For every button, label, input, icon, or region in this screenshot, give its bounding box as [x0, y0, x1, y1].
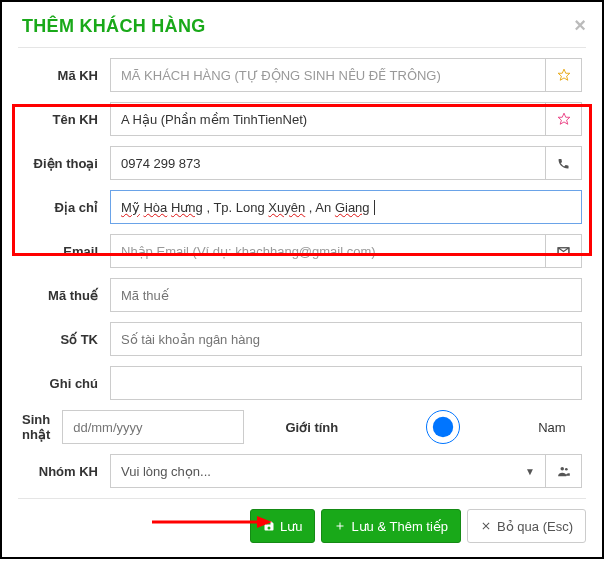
label-makh: Mã KH — [22, 68, 110, 83]
add-customer-modal: THÊM KHÁCH HÀNG × Mã KH Tên KH — [0, 0, 604, 559]
label-sotk: Số TK — [22, 332, 110, 347]
phone-icon — [546, 146, 582, 180]
row-makh: Mã KH — [22, 58, 582, 92]
label-diachi: Địa chỉ — [22, 200, 110, 215]
label-email: Email — [22, 244, 110, 259]
label-tenkh: Tên KH — [22, 112, 110, 127]
row-dienthoai: Điện thoại — [22, 146, 582, 180]
svg-point-3 — [564, 468, 567, 471]
radio-nam[interactable]: Nam — [352, 410, 565, 444]
svg-marker-1 — [558, 113, 570, 124]
gender-radios: Nam Nữ Khác — [352, 410, 604, 444]
svg-point-2 — [560, 467, 564, 471]
row-nhomkh: Nhóm KH Vui lòng chọn... ▼ — [22, 454, 582, 488]
radio-nu[interactable]: Nữ — [578, 410, 604, 444]
save-button[interactable]: Lưu — [250, 509, 315, 543]
row-sotk: Số TK — [22, 322, 582, 356]
save-continue-button[interactable]: Lưu & Thêm tiếp — [321, 509, 461, 543]
row-mathue: Mã thuế — [22, 278, 582, 312]
label-nhomkh: Nhóm KH — [22, 464, 110, 479]
input-sinhnhat[interactable] — [62, 410, 244, 444]
row-diachi: Địa chỉ Mỹ Hòa Hưng , Tp. Long Xuyên , A… — [22, 190, 582, 224]
input-dienthoai[interactable] — [110, 146, 546, 180]
cancel-button-label: Bỏ qua (Esc) — [497, 519, 573, 534]
chevron-down-icon: ▼ — [525, 466, 535, 477]
envelope-icon — [546, 234, 582, 268]
input-diachi[interactable]: Mỹ Hòa Hưng , Tp. Long Xuyên , An Giang — [110, 190, 582, 224]
label-gioitinh: Giới tính — [270, 420, 338, 435]
label-ghichu: Ghi chú — [22, 376, 110, 391]
input-sotk[interactable] — [110, 322, 582, 356]
star-icon[interactable] — [546, 102, 582, 136]
input-makh[interactable] — [110, 58, 546, 92]
row-ghichu: Ghi chú — [22, 366, 582, 400]
svg-marker-0 — [558, 69, 570, 80]
customer-form: Mã KH Tên KH — [18, 58, 586, 488]
divider — [18, 47, 586, 48]
select-nhomkh[interactable]: Vui lòng chọn... ▼ — [110, 454, 546, 488]
cancel-button[interactable]: Bỏ qua (Esc) — [467, 509, 586, 543]
save-button-label: Lưu — [280, 519, 302, 534]
label-dienthoai: Điện thoại — [22, 156, 110, 171]
close-icon[interactable]: × — [574, 14, 586, 37]
row-email: Email — [22, 234, 582, 268]
input-ghichu[interactable] — [110, 366, 582, 400]
input-tenkh[interactable] — [110, 102, 546, 136]
star-icon[interactable] — [546, 58, 582, 92]
label-sinhnhat: Sinh nhật — [22, 412, 62, 442]
label-mathue: Mã thuế — [22, 288, 110, 303]
input-mathue[interactable] — [110, 278, 582, 312]
save-continue-button-label: Lưu & Thêm tiếp — [351, 519, 448, 534]
select-nhomkh-value: Vui lòng chọn... — [121, 464, 211, 479]
row-sinhnhat: Sinh nhật Giới tính Nam Nữ Khác — [22, 410, 582, 444]
input-email[interactable] — [110, 234, 546, 268]
modal-title: THÊM KHÁCH HÀNG — [18, 2, 586, 47]
users-icon[interactable] — [546, 454, 582, 488]
row-tenkh: Tên KH — [22, 102, 582, 136]
modal-footer: Lưu Lưu & Thêm tiếp Bỏ qua (Esc) — [18, 498, 586, 543]
